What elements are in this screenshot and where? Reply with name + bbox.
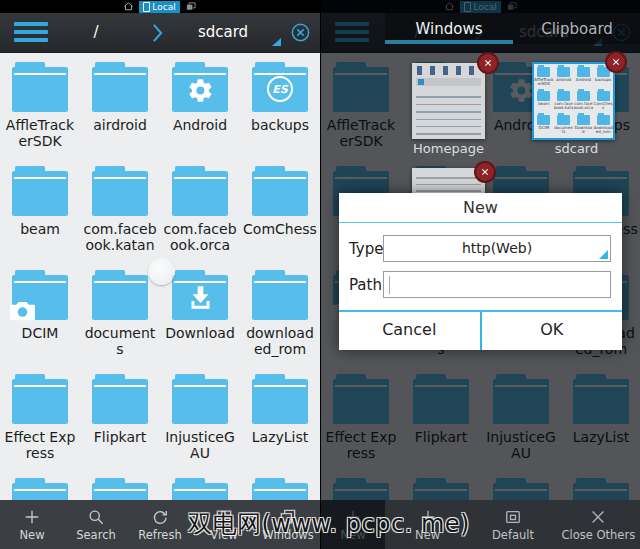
home-icon [123,1,134,12]
folder-label: com.facebook.katan [82,221,158,253]
mini-folder-label: backups [593,78,613,82]
folder-icon [252,166,308,216]
folder-item-com-facebook-katan[interactable]: com.facebook.katan [80,166,160,270]
mini-folder-label: Android [574,78,594,82]
folder-item-downloaded-rom[interactable]: downloaded_rom [240,270,320,374]
mini-folder-label: com.facebook.orca [574,102,594,110]
mini-folder-item-dcim: DCIM [534,115,554,138]
folder-label: downloaded_rom [242,325,318,357]
folder-item-documents[interactable]: documents [80,270,160,374]
tab-clipboard[interactable]: Clipboard [513,13,640,44]
folder-item-airdroid[interactable]: airdroid [80,62,160,166]
toolbar-item-label: Default [492,528,534,542]
path-input[interactable] [383,271,611,298]
toolbar-item-close-others[interactable]: Close Others [556,500,640,549]
close-window-homepage-button[interactable] [477,52,499,74]
close-icon [483,58,493,68]
toolbar-item-label: Search [76,528,116,542]
folder-icon [172,478,228,500]
mini-folder-label: AffleTrackerSDK [534,78,554,86]
folder-item-dcim[interactable]: DCIM [0,270,80,374]
folder-item[interactable] [0,478,80,500]
mini-folder-item-download: Download [574,115,594,138]
menu-button[interactable] [14,22,48,43]
folder-icon [172,166,228,216]
mini-folder-item-comchess: ComChess [593,91,613,115]
folder-item-android[interactable]: Android [160,62,240,166]
folder-item-flipkart[interactable]: Flipkart [80,374,160,478]
folder-label: Download [162,325,238,341]
folder-label: DCIM [2,325,78,341]
mini-folder-label: Download [574,126,594,134]
folder-icon [92,374,148,424]
toolbar-item-default[interactable]: Default [470,500,555,549]
tab-windows[interactable]: Windows [385,13,513,44]
folder-label: LazyList [242,429,318,445]
folder-item-comchess[interactable]: ComChess [240,166,320,270]
toolbar-item-search[interactable]: Search [64,500,128,549]
cancel-button[interactable]: Cancel [339,312,480,350]
folder-icon [252,374,308,424]
close-window-sdcard-button[interactable] [605,51,627,73]
folder-label: com.facebook.orca [162,221,238,253]
folder-item-download[interactable]: Download [160,270,240,374]
close-icon [480,167,490,177]
folder-item[interactable] [80,478,160,500]
status-bar: Local [0,0,320,13]
mini-folder-item-affletrackersdk: AffleTrackerSDK [534,67,554,91]
folder-icon: ES [252,62,308,112]
mini-folder-label: DCIM [534,126,554,130]
toolbar-item-label: New [19,528,44,542]
toolbar-icon [86,507,106,527]
folder-item[interactable] [160,478,240,500]
folder-item-affletrackersdk[interactable]: AffleTrackerSDK [0,62,80,166]
window-thumbnail-sdcard[interactable]: AffleTrackerSDK airdroid Android backups… [532,62,615,140]
tablet-icon [143,2,150,12]
folder-item-beam[interactable]: beam [0,166,80,270]
type-spinner[interactable]: http(Web) [383,235,611,262]
close-icon [611,57,621,67]
folder-item[interactable] [240,478,320,500]
folder-item-injusticegau[interactable]: InjusticeGAU [160,374,240,478]
breadcrumb-dropdown-icon[interactable] [272,38,281,46]
folder-item-effect-express[interactable]: Effect Express [0,374,80,478]
mini-folder-icon [537,67,550,77]
breadcrumb-root[interactable]: / [66,13,126,52]
gesture-dot[interactable] [148,258,175,285]
toolbar-item-refresh[interactable]: Refresh [128,500,192,549]
folder-overlay-icon: ES [267,76,293,102]
close-window-partial-button[interactable] [474,161,496,183]
folder-item-com-facebook-orca[interactable]: com.facebook.orca [160,166,240,270]
mini-folder-icon [557,115,570,125]
folder-icon [12,270,68,320]
toolbar-icon [503,507,523,527]
folder-label: InjusticeGAU [162,429,238,461]
folder-icon [92,270,148,320]
folder-icon [172,270,228,320]
breadcrumb-current[interactable]: sdcard [186,13,260,52]
mini-folder-icon [557,67,570,77]
folder-icon [252,478,308,500]
folder-label: documents [82,325,158,357]
homepage-thumbnail-list [416,90,481,135]
folder-icon [92,166,148,216]
mini-folder-label: airdroid [554,78,574,82]
toolbar-item-label: Refresh [138,528,181,542]
folder-icon [12,62,68,112]
mini-folder-icon [577,67,590,77]
ok-button[interactable]: OK [480,312,623,350]
folder-icon [252,270,308,320]
toolbar-item-new[interactable]: New [0,500,64,549]
mini-folder-label: downloaded_rom [593,126,613,134]
es-file-explorer-screen: Local / sdcard AffleTrackerSDK airdroid [0,0,640,549]
window-thumbnail-homepage[interactable] [412,63,485,139]
exit-view-button[interactable] [290,22,311,43]
toolbar-item-label: Close Others [562,528,636,542]
toolbar-icon [22,507,42,527]
type-value: http(Web) [462,240,532,256]
folder-label: ComChess [242,221,318,237]
mini-folder-item-android: Android [574,67,594,91]
mini-folder-icon [557,91,570,101]
folder-item-lazylist[interactable]: LazyList [240,374,320,478]
folder-item-backups[interactable]: ES backups [240,62,320,166]
